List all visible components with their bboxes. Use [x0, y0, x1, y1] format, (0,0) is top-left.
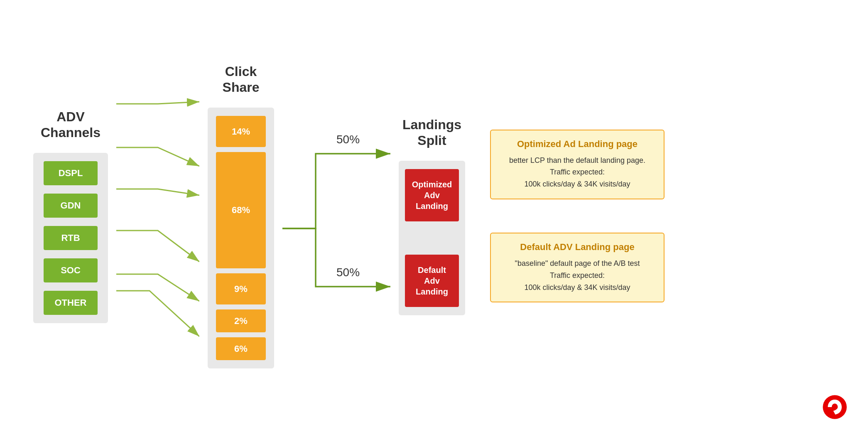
- adv-to-click-arrows: [116, 71, 199, 386]
- landings-split-header: LandingsSplit: [402, 117, 461, 149]
- channel-gdn: GDN: [44, 194, 98, 218]
- vodafone-logo: [822, 395, 847, 420]
- svg-point-4: [823, 395, 847, 419]
- landings-bg: OptimizedAdvLanding DefaultAdvLanding: [399, 161, 465, 315]
- default-card-body: "baseline" default page of the A/B test …: [501, 258, 654, 293]
- svg-text:50%: 50%: [336, 133, 360, 146]
- click-share-header: ClickShare: [223, 64, 260, 96]
- default-info-card: Default ADV Landing page "baseline" defa…: [490, 233, 664, 302]
- click-share-bg: 14% 68% 9% 2% 6%: [208, 108, 274, 368]
- info-section: Optimized Ad Landing page better LCP tha…: [490, 130, 664, 303]
- channel-soc: SOC: [44, 258, 98, 282]
- channel-other: OTHER: [44, 291, 98, 315]
- optimized-info-card: Optimized Ad Landing page better LCP tha…: [490, 130, 664, 199]
- default-card-title: Default ADV Landing page: [501, 242, 654, 253]
- click-share-column: ClickShare 14% 68% 9% 2% 6%: [199, 64, 282, 369]
- channel-rtb: RTB: [44, 226, 98, 250]
- click-share-9: 9%: [216, 273, 266, 304]
- main-container: ADVChannels DSPL GDN RTB SOC OTHER: [0, 0, 868, 432]
- optimized-card-title: Optimized Ad Landing page: [501, 139, 654, 150]
- click-to-landings-arrows: 50% 50%: [282, 71, 390, 386]
- adv-channels-column: ADVChannels DSPL GDN RTB SOC OTHER: [25, 109, 116, 324]
- landings-split-column: LandingsSplit OptimizedAdvLanding Defaul…: [390, 117, 473, 316]
- optimized-card-body: better LCP than the default landing page…: [501, 155, 654, 190]
- diagram: ADVChannels DSPL GDN RTB SOC OTHER: [25, 17, 843, 415]
- default-adv-landing: DefaultAdvLanding: [405, 255, 459, 307]
- click-share-68: 68%: [216, 152, 266, 268]
- svg-text:50%: 50%: [336, 266, 360, 279]
- click-share-2: 2%: [216, 309, 266, 332]
- adv-channels-header: ADVChannels: [41, 109, 101, 141]
- channel-dspl: DSPL: [44, 161, 98, 185]
- click-share-6: 6%: [216, 337, 266, 360]
- click-share-14: 14%: [216, 116, 266, 147]
- optimized-adv-landing: OptimizedAdvLanding: [405, 169, 459, 221]
- adv-channels-bg: DSPL GDN RTB SOC OTHER: [33, 153, 108, 323]
